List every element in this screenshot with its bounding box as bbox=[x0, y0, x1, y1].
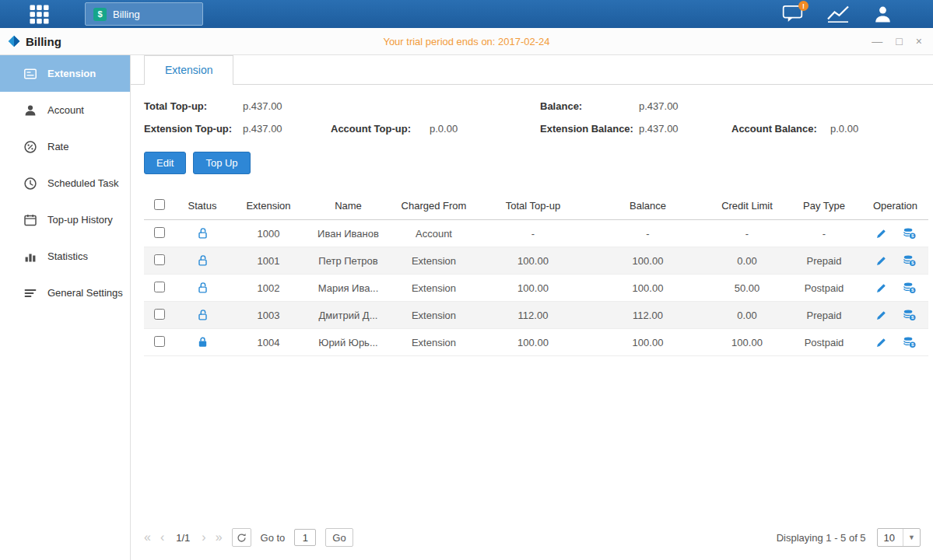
clock-icon bbox=[23, 177, 37, 191]
total-topup-cell: 100.00 bbox=[479, 275, 588, 302]
sidebar-item-statistics[interactable]: Statistics bbox=[0, 238, 130, 275]
sidebar-item-account[interactable]: Account bbox=[0, 92, 130, 128]
extension-table: Status Extension Name Charged From Total… bbox=[144, 191, 928, 356]
pay-type-cell: Prepaid bbox=[786, 302, 862, 329]
edit-icon[interactable] bbox=[875, 255, 887, 267]
header-operation: Operation bbox=[862, 191, 928, 220]
sidebar-item-topup-history[interactable]: Top-up History bbox=[0, 201, 130, 238]
topbar-billing-tab[interactable]: $ Billing bbox=[85, 2, 203, 26]
header-credit-limit: Credit Limit bbox=[708, 191, 786, 220]
window-title: Billing bbox=[26, 35, 61, 48]
app-launcher-button[interactable] bbox=[30, 5, 49, 24]
main-panel: Extension Total Top-up: p.437.00 Balance… bbox=[131, 55, 933, 560]
summary-value: p.0.00 bbox=[430, 123, 458, 135]
status-cell bbox=[175, 275, 230, 302]
edit-icon[interactable] bbox=[875, 228, 887, 240]
total-topup-cell: 112.00 bbox=[479, 302, 588, 329]
displaying-text: Displaying 1 - 5 of 5 bbox=[777, 532, 866, 544]
edit-icon[interactable] bbox=[875, 310, 887, 321]
sidebar: Extension Account Rate Scheduled Task bbox=[0, 55, 131, 560]
next-page-button[interactable]: › bbox=[202, 531, 205, 544]
summary-account-topup: Account Top-up: p.0.00 bbox=[331, 123, 540, 135]
credit-limit-cell: 100.00 bbox=[708, 329, 786, 356]
operation-cell: $ bbox=[862, 247, 928, 275]
operation-cell: $ bbox=[862, 302, 928, 329]
summary-label: Total Top-up: bbox=[144, 100, 243, 112]
header-pay-type: Pay Type bbox=[786, 191, 862, 220]
unlocked-icon bbox=[197, 282, 209, 294]
sidebar-item-rate[interactable]: Rate bbox=[0, 128, 130, 165]
table-row: 1001 Петр Петров Extension 100.00 100.00… bbox=[144, 247, 928, 275]
row-topup-icon[interactable]: $ bbox=[903, 254, 916, 267]
name-cell: Петр Петров bbox=[307, 247, 389, 275]
total-topup-cell: 100.00 bbox=[479, 329, 588, 356]
line-chart-icon bbox=[826, 5, 850, 23]
row-topup-icon[interactable]: $ bbox=[903, 227, 916, 240]
edit-icon[interactable] bbox=[875, 337, 887, 348]
row-topup-icon[interactable]: $ bbox=[903, 336, 916, 348]
summary-extension-topup: Extension Top-up: p.437.00 bbox=[144, 123, 331, 135]
topbar: $ Billing ! bbox=[0, 0, 933, 28]
messages-button[interactable]: ! bbox=[782, 5, 803, 23]
charged-from-cell: Extension bbox=[389, 302, 479, 329]
name-cell: Юрий Юрь... bbox=[307, 329, 389, 356]
reports-button[interactable] bbox=[826, 5, 850, 23]
name-cell: Мария Ива... bbox=[307, 275, 389, 302]
sidebar-item-label: Account bbox=[47, 104, 84, 116]
svg-text:$: $ bbox=[911, 260, 914, 265]
unlocked-icon bbox=[197, 227, 209, 240]
sidebar-item-extension[interactable]: Extension bbox=[0, 55, 130, 92]
header-extension: Extension bbox=[230, 191, 307, 220]
balance-cell: - bbox=[588, 220, 708, 247]
page-size-select[interactable]: 10 ▼ bbox=[877, 528, 921, 547]
select-all-checkbox[interactable] bbox=[154, 199, 165, 210]
sidebar-item-label: Scheduled Task bbox=[47, 177, 119, 189]
credit-limit-cell: 0.00 bbox=[708, 302, 786, 329]
header-name: Name bbox=[307, 191, 389, 220]
row-topup-icon[interactable]: $ bbox=[903, 309, 916, 321]
name-cell: Иван Иванов bbox=[307, 220, 389, 247]
charged-from-cell: Extension bbox=[389, 247, 479, 275]
header-total-topup: Total Top-up bbox=[479, 191, 588, 220]
table-row: 1004 Юрий Юрь... Extension 100.00 100.00… bbox=[144, 329, 928, 356]
go-button[interactable]: Go bbox=[325, 528, 353, 547]
balance-cell: 100.00 bbox=[588, 247, 708, 275]
sidebar-item-label: Statistics bbox=[47, 250, 88, 262]
user-menu-button[interactable] bbox=[873, 5, 893, 24]
row-checkbox[interactable] bbox=[154, 227, 165, 238]
total-topup-cell: 100.00 bbox=[479, 247, 588, 275]
summary-label: Balance: bbox=[540, 100, 639, 112]
prev-page-button[interactable]: ‹ bbox=[160, 531, 164, 544]
first-page-button[interactable]: « bbox=[144, 531, 151, 544]
sidebar-item-general-settings[interactable]: General Settings bbox=[0, 275, 130, 311]
edit-icon[interactable] bbox=[875, 282, 887, 294]
top-up-button[interactable]: Top Up bbox=[193, 152, 250, 174]
row-topup-icon[interactable]: $ bbox=[903, 282, 916, 294]
pay-type-cell: Postpaid bbox=[786, 275, 862, 302]
refresh-icon bbox=[237, 533, 247, 543]
summary-label: Account Top-up: bbox=[331, 123, 430, 135]
extension-cell: 1001 bbox=[230, 247, 307, 275]
goto-page-input[interactable] bbox=[294, 529, 316, 546]
row-checkbox[interactable] bbox=[154, 336, 165, 347]
row-checkbox[interactable] bbox=[154, 282, 165, 292]
tab-extension[interactable]: Extension bbox=[144, 55, 233, 85]
maximize-button[interactable]: □ bbox=[896, 36, 902, 47]
minimize-button[interactable]: — bbox=[872, 36, 882, 47]
last-page-button[interactable]: » bbox=[216, 531, 223, 544]
edit-button[interactable]: Edit bbox=[144, 152, 186, 174]
page-indicator: 1/1 bbox=[176, 532, 190, 544]
table-header-row: Status Extension Name Charged From Total… bbox=[144, 191, 928, 220]
refresh-button[interactable] bbox=[232, 528, 251, 547]
topbar-tab-label: Billing bbox=[113, 9, 140, 20]
billing-window: $ Billing ! bbox=[0, 0, 933, 560]
table-row: 1003 Дмитрий Д... Extension 112.00 112.0… bbox=[144, 302, 928, 329]
sidebar-item-scheduled-task[interactable]: Scheduled Task bbox=[0, 165, 130, 201]
summary-label: Extension Top-up: bbox=[144, 123, 243, 135]
close-button[interactable]: × bbox=[916, 36, 922, 47]
unlocked-icon bbox=[197, 309, 209, 321]
row-checkbox[interactable] bbox=[154, 254, 165, 265]
row-checkbox[interactable] bbox=[154, 309, 165, 320]
pay-type-cell: Prepaid bbox=[786, 247, 862, 275]
action-buttons: Edit Top Up bbox=[144, 152, 922, 174]
